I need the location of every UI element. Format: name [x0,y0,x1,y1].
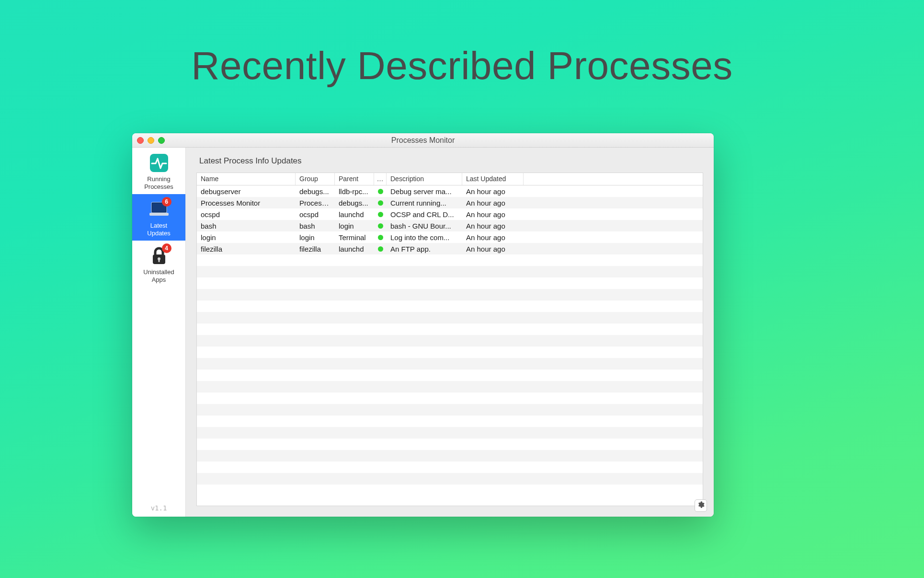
cell-status [374,210,387,219]
cell-updated: An hour ago [462,187,524,196]
status-dot-icon [378,212,383,217]
activity-icon [148,152,170,173]
table-row[interactable]: bashbashloginbash - GNU Bour...An hour a… [197,220,703,231]
cell-parent: launchd [335,245,374,253]
cell-status [374,244,387,254]
cell-description: Debug server ma... [387,187,462,196]
cell-status [374,221,387,231]
status-dot-icon [378,223,383,229]
cell-status [374,187,387,196]
table-row [197,254,703,266]
cell-parent: Terminal [335,233,374,242]
table-row [197,473,703,485]
cell-description: Log into the com... [387,233,462,242]
cell-group: bash [296,222,335,230]
cell-name: bash [197,222,296,230]
process-table: Name Group Parent … Description Last Upd… [196,173,703,506]
table-row [197,289,703,301]
cell-parent: login [335,222,374,230]
cell-status [374,198,387,208]
cell-description: bash - GNU Bour... [387,222,462,230]
table-row [197,381,703,393]
svg-rect-3 [149,213,169,216]
table-row[interactable]: debugserverdebugs...lldb-rpc...Debug ser… [197,185,703,197]
badge: 6 [162,197,171,207]
th-name[interactable]: Name [197,173,296,185]
table-row [197,347,703,358]
table-row[interactable]: loginloginTerminalLog into the com...An … [197,231,703,243]
table-header-row: Name Group Parent … Description Last Upd… [197,173,703,185]
status-dot-icon [378,200,383,206]
th-status[interactable]: … [374,173,387,185]
cell-group: Process... [296,199,335,207]
cell-description: OCSP and CRL D... [387,210,462,219]
window-minimize-button[interactable] [148,137,154,144]
promo-title: Recently Described Processes [0,43,924,88]
version-label: v1.1 [132,499,185,517]
app-window: Processes Monitor Running Processes [132,133,714,517]
table-body: debugserverdebugs...lldb-rpc...Debug ser… [197,185,703,506]
cell-group: ocspd [296,210,335,219]
table-row [197,393,703,404]
window-zoom-button[interactable] [158,137,165,144]
sidebar-item-latest-updates[interactable]: 6 Latest Updates [132,194,185,241]
cell-updated: An hour ago [462,245,524,253]
table-row [197,370,703,381]
sidebar-item-uninstalled-apps[interactable]: 4 Uninstalled Apps [132,241,185,287]
lock-icon: 4 [148,245,170,266]
table-row [197,277,703,289]
cell-updated: An hour ago [462,199,524,207]
content-area: Latest Process Info Updates Name Group P… [186,148,714,517]
cell-updated: An hour ago [462,222,524,230]
th-description[interactable]: Description [387,173,462,185]
cell-name: login [197,233,296,242]
status-dot-icon [378,189,383,194]
table-row [197,462,703,473]
table-row [197,266,703,277]
table-row [197,301,703,312]
content-header: Latest Process Info Updates [199,156,703,166]
cell-name: Processes Monitor [197,199,296,207]
table-row [197,324,703,335]
status-dot-icon [378,235,383,240]
table-row [197,427,703,439]
cell-updated: An hour ago [462,210,524,219]
sidebar-item-running-processes[interactable]: Running Processes [132,148,185,194]
th-group[interactable]: Group [296,173,335,185]
table-row [197,416,703,427]
table-row [197,335,703,347]
settings-button[interactable] [695,499,707,512]
cell-group: filezilla [296,245,335,253]
table-row[interactable]: ocspdocspdlaunchdOCSP and CRL D...An hou… [197,208,703,220]
window-body: Running Processes 6 Latest Updates [132,148,714,517]
sidebar-item-label: Running Processes [134,175,183,190]
table-row [197,312,703,324]
table-row [197,358,703,370]
titlebar: Processes Monitor [132,133,714,148]
table-row[interactable]: filezillafilezillalaunchdAn FTP app.An h… [197,243,703,254]
badge: 4 [162,243,171,253]
laptop-icon: 6 [148,199,170,220]
cell-updated: An hour ago [462,233,524,242]
cell-parent: launchd [335,210,374,219]
cell-description: Current running... [387,199,462,207]
traffic-lights [137,137,165,144]
sidebar-item-label: Uninstalled Apps [134,268,183,283]
cell-parent: debugs... [335,199,374,207]
window-title: Processes Monitor [132,136,714,145]
cell-group: login [296,233,335,242]
th-updated[interactable]: Last Updated [462,173,524,185]
gear-icon [697,501,705,510]
th-parent[interactable]: Parent [335,173,374,185]
status-dot-icon [378,246,383,252]
sidebar: Running Processes 6 Latest Updates [132,148,186,517]
cell-group: debugs... [296,187,335,196]
sidebar-item-label: Latest Updates [134,222,183,237]
cell-name: debugserver [197,187,296,196]
cell-status [374,233,387,242]
window-close-button[interactable] [137,137,144,144]
table-row [197,404,703,416]
table-row[interactable]: Processes MonitorProcess...debugs...Curr… [197,197,703,208]
table-row [197,439,703,450]
cell-name: ocspd [197,210,296,219]
